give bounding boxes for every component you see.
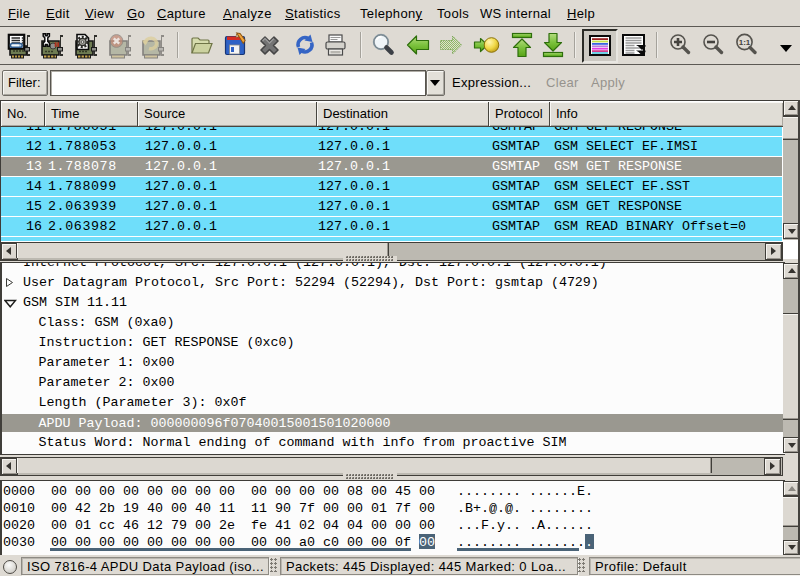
svg-text:1:1: 1:1 [739, 38, 751, 47]
